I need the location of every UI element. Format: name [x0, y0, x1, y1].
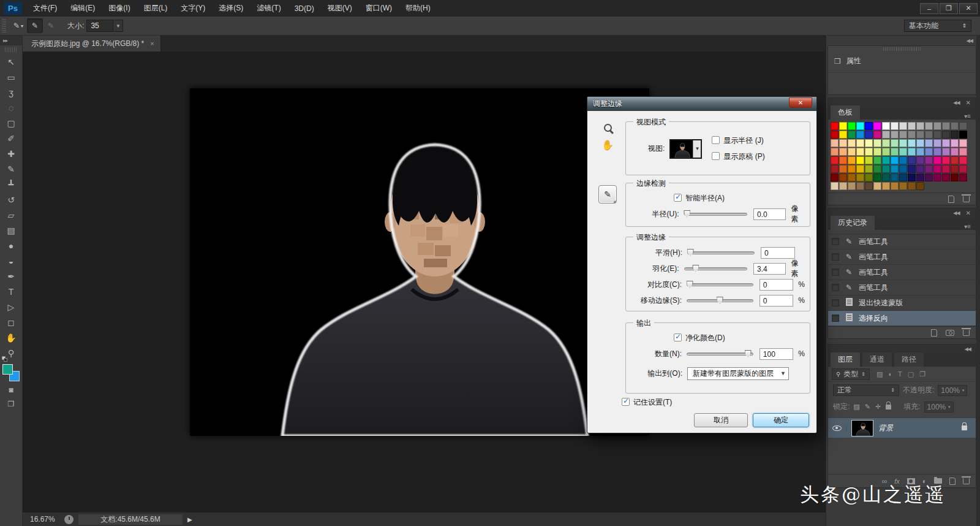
menu-item-8[interactable]: 视图(V)	[322, 1, 358, 16]
dialog-title[interactable]: 调整边缘	[587, 97, 816, 111]
contrast-slider[interactable]	[687, 283, 753, 286]
rectangular-marquee-tool[interactable]: ▭	[3, 69, 19, 85]
menu-item-9[interactable]: 窗口(W)	[360, 1, 398, 16]
close-icon[interactable]: ✕	[966, 210, 971, 216]
close-button[interactable]: ✕	[959, 3, 978, 14]
zoom-level[interactable]: 16.67%	[23, 515, 59, 524]
document-tab[interactable]: 示例图原始.jpg @ 16.7%(RGB/8) * ×	[23, 36, 161, 51]
swatch-117[interactable]	[873, 182, 881, 190]
shift-edge-input[interactable]: 0	[760, 295, 794, 307]
swatch-34[interactable]	[848, 139, 856, 147]
swatch-89[interactable]	[908, 165, 916, 173]
swatch-3[interactable]	[856, 122, 864, 130]
swatch-64[interactable]	[831, 156, 839, 164]
swatch-12[interactable]	[933, 122, 941, 130]
swatch-35[interactable]	[856, 139, 864, 147]
swatch-0[interactable]	[831, 122, 839, 130]
show-original-checkbox[interactable]: 显示原稿 (P)	[712, 151, 764, 162]
history-item[interactable]: ✎画笔工具	[828, 230, 976, 234]
lock-paint-icon[interactable]: ✎	[865, 403, 870, 411]
filter-type-icon[interactable]: T	[898, 370, 902, 378]
tab-swatches[interactable]: 色板	[831, 105, 860, 120]
lock-transparency-icon[interactable]: ▨	[853, 403, 859, 411]
swatch-9[interactable]	[908, 122, 916, 130]
filter-pixel-icon[interactable]: ▨	[876, 370, 883, 378]
collapse-icon[interactable]: ◀◀	[953, 100, 959, 105]
swatch-31[interactable]	[959, 131, 967, 139]
amount-input[interactable]: 100	[760, 348, 794, 360]
snapshot-camera-icon[interactable]	[946, 330, 954, 336]
history-source-checkbox[interactable]	[832, 253, 839, 261]
swatch-44[interactable]	[933, 139, 941, 147]
refine-radius-tool-button[interactable]: ✎	[27, 18, 43, 33]
swatch-121[interactable]	[908, 182, 916, 190]
swatch-32[interactable]	[831, 139, 839, 147]
swatch-5[interactable]	[873, 122, 881, 130]
shape-tool[interactable]: ◻	[3, 314, 19, 330]
hand-tool-icon[interactable]: ✋	[601, 139, 614, 151]
swatch-81[interactable]	[839, 165, 847, 173]
swatch-38[interactable]	[882, 139, 890, 147]
swatch-63[interactable]	[959, 148, 967, 156]
swatch-37[interactable]	[873, 139, 881, 147]
swatch-16[interactable]	[831, 131, 839, 139]
smooth-input[interactable]: 0	[761, 247, 795, 259]
swatch-10[interactable]	[916, 122, 924, 130]
swatch-65[interactable]	[839, 156, 847, 164]
swatch-33[interactable]	[839, 139, 847, 147]
crop-tool[interactable]: ▢	[3, 115, 19, 131]
swatch-30[interactable]	[951, 131, 959, 139]
new-document-from-state-icon[interactable]	[931, 329, 937, 337]
swatch-55[interactable]	[891, 148, 899, 156]
blur-tool[interactable]: ●	[3, 238, 19, 253]
swatch-87[interactable]	[891, 165, 899, 173]
swatch-47[interactable]	[959, 139, 967, 147]
path-selection-tool[interactable]: ▷	[3, 299, 19, 314]
new-layer-icon[interactable]	[949, 478, 956, 485]
delete-swatch-icon[interactable]	[963, 196, 970, 202]
swatch-88[interactable]	[899, 165, 907, 173]
hand-tool[interactable]: ✋	[3, 330, 19, 345]
document-image[interactable]	[190, 88, 649, 436]
close-icon[interactable]: ✕	[966, 99, 971, 106]
swatch-40[interactable]	[899, 139, 907, 147]
swatch-2[interactable]	[848, 122, 856, 130]
swatch-83[interactable]	[856, 165, 864, 173]
toolbar-collapse[interactable]: ▸▸	[0, 36, 22, 45]
swatch-77[interactable]	[942, 156, 950, 164]
feather-slider[interactable]	[684, 267, 748, 270]
swatch-106[interactable]	[916, 173, 924, 181]
history-source-checkbox[interactable]	[832, 238, 839, 245]
swatch-118[interactable]	[882, 182, 890, 190]
smooth-slider[interactable]	[687, 251, 755, 254]
blend-mode-select[interactable]: 正常 ⇕	[833, 384, 899, 396]
swatch-85[interactable]	[873, 165, 881, 173]
swatch-80[interactable]	[831, 165, 839, 173]
minimize-button[interactable]: –	[920, 3, 938, 14]
collapse-icon[interactable]: ◀◀	[953, 210, 959, 216]
swatch-98[interactable]	[848, 173, 856, 181]
swatch-113[interactable]	[839, 182, 847, 190]
view-mode-thumbnail[interactable]: ▼	[669, 139, 702, 159]
swatch-112[interactable]	[831, 182, 839, 190]
layer-filter-type[interactable]: ⚲ 类型 ⇕	[832, 368, 870, 380]
cancel-button[interactable]: 取消	[694, 413, 748, 427]
swatch-69[interactable]	[873, 156, 881, 164]
clone-stamp-tool[interactable]: ┻	[3, 177, 19, 192]
swatch-21[interactable]	[873, 131, 881, 139]
swatch-41[interactable]	[908, 139, 916, 147]
swatch-94[interactable]	[951, 165, 959, 173]
spot-healing-brush-tool[interactable]: ✚	[3, 146, 19, 161]
swatch-50[interactable]	[848, 148, 856, 156]
swatch-48[interactable]	[831, 148, 839, 156]
swatch-95[interactable]	[959, 165, 967, 173]
remember-settings-checkbox[interactable]: 记住设置(T)	[622, 398, 672, 406]
menu-item-4[interactable]: 文字(Y)	[175, 1, 211, 16]
swatch-91[interactable]	[925, 165, 933, 173]
swatch-42[interactable]	[916, 139, 924, 147]
filter-smart-object-icon[interactable]: ❐	[919, 370, 925, 378]
swatch-17[interactable]	[839, 131, 847, 139]
swatch-105[interactable]	[908, 173, 916, 181]
new-swatch-icon[interactable]	[948, 196, 954, 203]
swatch-24[interactable]	[899, 131, 907, 139]
